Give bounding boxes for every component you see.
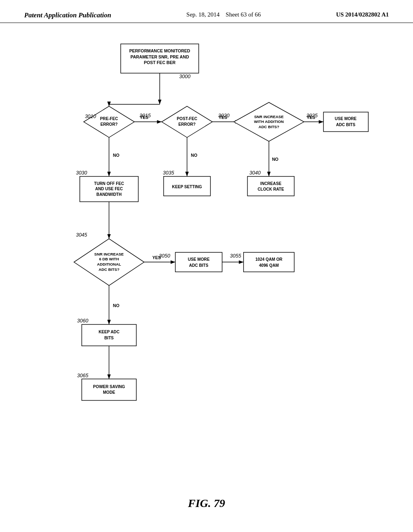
svg-text:3010: 3010 [85,114,96,119]
svg-text:TURN OFF FEC: TURN OFF FEC [94,181,124,186]
svg-text:ADC BITS?: ADC BITS? [99,267,120,272]
svg-text:MODE: MODE [103,390,115,395]
svg-text:NO: NO [191,153,197,158]
svg-text:3040: 3040 [249,170,261,176]
svg-rect-76 [82,379,136,400]
svg-text:CLOCK RATE: CLOCK RATE [258,187,284,191]
svg-rect-47 [248,177,294,196]
svg-text:ADC BITS: ADC BITS [336,123,355,127]
svg-rect-60 [175,252,222,272]
svg-text:SNR INCREASE: SNR INCREASE [94,252,124,256]
svg-text:PARAMETER SNR, PRE AND: PARAMETER SNR, PRE AND [130,54,189,59]
svg-text:NO: NO [113,303,119,308]
svg-text:KEEP SETTING: KEEP SETTING [172,185,202,189]
svg-text:NO: NO [272,157,278,162]
svg-text:AND USE FEC: AND USE FEC [95,187,123,191]
svg-text:ADC BITS?: ADC BITS? [259,125,280,129]
patent-number-label: US 2014/0282802 A1 [336,11,389,18]
publication-label: Patent Application Publication [24,11,111,19]
date-sheet-label: Sep. 18, 2014 Sheet 63 of 66 [186,11,261,18]
svg-text:3015: 3015 [140,113,151,118]
svg-text:3045: 3045 [76,232,88,238]
svg-text:3000: 3000 [179,74,190,79]
svg-text:3030: 3030 [76,170,87,176]
svg-text:INCREASE: INCREASE [260,181,282,186]
svg-text:POWER SAVING: POWER SAVING [93,384,125,389]
svg-text:ADC BITS: ADC BITS [189,263,209,268]
figure-label: FIG. 79 [188,497,225,510]
page-header: Patent Application Publication Sep. 18, … [0,0,413,23]
svg-text:PRE-FEC: PRE-FEC [100,116,118,121]
svg-rect-71 [82,324,136,346]
svg-text:3055: 3055 [230,253,242,259]
svg-text:1024 QAM OR: 1024 QAM OR [255,257,283,262]
svg-text:ADDITIONAL: ADDITIONAL [97,262,121,266]
svg-text:NO: NO [113,153,119,158]
svg-text:3060: 3060 [77,318,88,324]
svg-text:WITH ADDITION: WITH ADDITION [254,119,284,124]
svg-text:POST-FEC: POST-FEC [177,116,197,121]
svg-text:KEEP ADC: KEEP ADC [98,330,119,334]
svg-rect-65 [244,252,294,272]
svg-text:3025: 3025 [306,113,318,118]
svg-text:USE MORE: USE MORE [335,116,357,121]
svg-text:SNR INCREASE: SNR INCREASE [254,114,284,119]
svg-text:4096 QAM: 4096 QAM [259,263,279,268]
svg-text:ERROR?: ERROR? [178,122,196,127]
svg-text:ERROR?: ERROR? [100,122,118,127]
svg-text:USE MORE: USE MORE [188,257,210,262]
svg-text:3065: 3065 [77,373,89,378]
svg-text:BITS: BITS [104,336,114,340]
svg-text:BANDWIDTH: BANDWIDTH [96,192,121,197]
svg-text:PERFORMANCE MONITORED: PERFORMANCE MONITORED [129,48,190,53]
svg-text:6 DB WITH: 6 DB WITH [99,257,119,261]
diagram-area: PERFORMANCE MONITORED PARAMETER SNR, PRE… [0,32,413,500]
svg-text:3050: 3050 [159,253,170,259]
flowchart-svg: PERFORMANCE MONITORED PARAMETER SNR, PRE… [0,32,413,500]
svg-text:3035: 3035 [163,170,175,176]
svg-text:POST FEC BER: POST FEC BER [144,60,176,65]
svg-text:3020: 3020 [218,113,229,118]
svg-rect-29 [323,112,368,131]
